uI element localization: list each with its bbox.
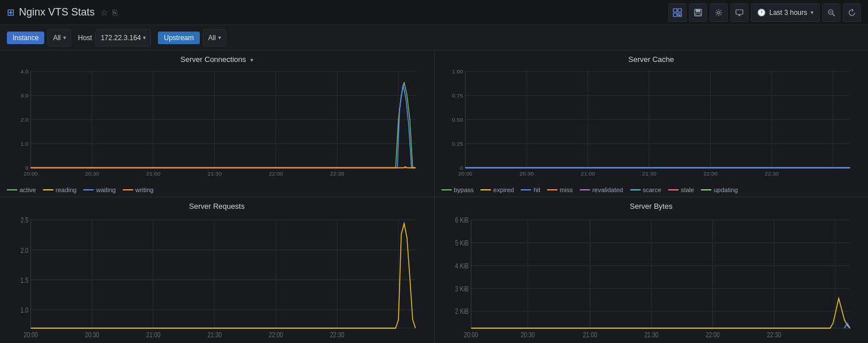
svg-text:5 KiB: 5 KiB (455, 239, 468, 247)
svg-text:4.0: 4.0 (21, 68, 29, 75)
svg-text:21:30: 21:30 (642, 171, 656, 177)
grid-icon: ⊞ (7, 7, 14, 18)
svg-text:2.0: 2.0 (21, 116, 29, 123)
topbar: ⊞ Nginx VTS Stats ☆ ⎘ (0, 0, 868, 25)
svg-text:22:00: 22:00 (703, 171, 718, 177)
svg-text:1.0: 1.0 (21, 306, 29, 313)
svg-line-15 (832, 14, 835, 16)
bypass-line-icon (441, 189, 452, 190)
server-cache-title: Server Cache (441, 55, 862, 64)
legend-scarce: scarce (630, 186, 661, 193)
server-cache-chart: 1.00 0.75 0.50 0.25 0 20:00 20:30 21:00 … (441, 66, 862, 184)
svg-text:0.25: 0.25 (452, 141, 463, 147)
display-button[interactable] (730, 3, 749, 22)
svg-text:3.0: 3.0 (21, 92, 29, 99)
svg-text:22:30: 22:30 (330, 331, 344, 338)
svg-text:20:00: 20:00 (464, 331, 478, 338)
legend-waiting: waiting (83, 186, 115, 193)
svg-text:21:00: 21:00 (146, 171, 161, 177)
clock-icon: 🕐 (757, 9, 766, 17)
miss-line-icon (547, 189, 557, 190)
filterbar: Instance All ▾ Host 172.22.3.164 ▾ Upstr… (0, 25, 868, 50)
svg-text:20:00: 20:00 (458, 171, 472, 177)
svg-text:20:30: 20:30 (519, 171, 533, 177)
server-connections-chart: 4.0 3.0 2.0 1.0 0 20:00 20:30 21:00 21:3… (7, 66, 427, 184)
instance-chevron-icon: ▾ (63, 34, 66, 41)
refresh-button[interactable] (843, 3, 861, 22)
legend-reading: reading (43, 186, 77, 193)
server-connections-legend: active reading waiting writing (7, 184, 427, 194)
svg-text:0.75: 0.75 (452, 92, 463, 99)
svg-text:22:00: 22:00 (269, 171, 283, 177)
upstream-chevron-icon: ▾ (218, 34, 221, 41)
legend-updating: updating (701, 186, 738, 193)
panel-title-chevron-icon: ▾ (250, 57, 253, 63)
svg-text:2.5: 2.5 (21, 216, 29, 224)
legend-bypass: bypass (441, 186, 474, 193)
time-range-button[interactable]: 🕐 Last 3 hours ▾ (751, 3, 820, 22)
svg-rect-8 (696, 13, 700, 15)
svg-rect-2 (673, 13, 677, 17)
server-bytes-chart: 6 KiB 5 KiB 4 KiB 3 KiB 2 KiB 20:00 20:3… (441, 213, 862, 341)
hit-line-icon (521, 189, 531, 190)
panels-grid: Server Connections ▾ 4.0 3 (0, 50, 868, 343)
legend-revalidated: revalidated (580, 186, 623, 193)
svg-text:21:30: 21:30 (644, 331, 658, 338)
svg-text:0: 0 (25, 165, 29, 171)
expired-line-icon (480, 189, 491, 190)
share-icon[interactable]: ⎘ (113, 8, 117, 17)
svg-text:1.5: 1.5 (21, 276, 29, 283)
stale-line-icon (668, 189, 679, 190)
cache-svg: 1.00 0.75 0.50 0.25 0 20:00 20:30 21:00 … (441, 66, 862, 184)
instance-select[interactable]: All ▾ (48, 29, 71, 46)
legend-miss: miss (547, 186, 573, 193)
svg-rect-0 (673, 9, 677, 12)
writing-line-icon (123, 189, 133, 190)
svg-text:22:00: 22:00 (706, 331, 720, 338)
svg-text:21:00: 21:00 (580, 171, 595, 177)
svg-text:22:30: 22:30 (766, 331, 781, 338)
server-cache-legend: bypass expired hit miss revalidated scar… (441, 184, 862, 194)
svg-text:21:00: 21:00 (583, 331, 597, 338)
zoom-out-button[interactable] (822, 3, 840, 22)
server-bytes-panel: Server Bytes 6 KiB 5 KiB (435, 197, 869, 344)
host-label: Host (78, 34, 92, 42)
star-icon[interactable]: ☆ (100, 8, 108, 17)
svg-text:22:00: 22:00 (269, 331, 283, 338)
chevron-down-icon: ▾ (811, 9, 813, 15)
svg-text:22:30: 22:30 (330, 171, 344, 177)
svg-text:21:00: 21:00 (146, 331, 161, 338)
svg-rect-1 (678, 9, 681, 12)
server-connections-panel: Server Connections ▾ 4.0 3 (0, 50, 434, 197)
svg-text:22:30: 22:30 (764, 171, 778, 177)
svg-text:20:30: 20:30 (520, 331, 534, 338)
svg-rect-7 (696, 9, 700, 12)
svg-text:0.50: 0.50 (452, 116, 463, 123)
svg-text:20:00: 20:00 (24, 331, 38, 338)
legend-active: active (7, 186, 36, 193)
waiting-line-icon (83, 189, 94, 190)
dashboard-title: Nginx VTS Stats (19, 6, 95, 18)
svg-text:1.0: 1.0 (21, 141, 29, 147)
server-cache-panel: Server Cache 1.00 0.75 0.50 (435, 50, 869, 197)
add-panel-button[interactable] (668, 3, 687, 22)
server-requests-chart: 2.5 2.0 1.5 1.0 20:00 20:30 21:00 21:30 … (7, 213, 427, 341)
save-button[interactable] (689, 3, 707, 22)
server-requests-panel: Server Requests 2.5 2.0 1.5 (0, 197, 434, 344)
server-bytes-title: Server Bytes (441, 202, 862, 211)
instance-label: Instance (7, 32, 44, 44)
active-line-icon (7, 189, 17, 190)
legend-hit: hit (521, 186, 540, 193)
settings-button[interactable] (710, 3, 728, 22)
legend-stale: stale (668, 186, 694, 193)
revalidated-line-icon (580, 189, 590, 190)
svg-text:1.00: 1.00 (452, 68, 463, 75)
svg-text:2.0: 2.0 (21, 246, 29, 254)
upstream-select[interactable]: All ▾ (203, 29, 226, 46)
host-select[interactable]: 172.22.3.164 ▾ (95, 29, 151, 46)
server-connections-title: Server Connections ▾ (7, 55, 427, 64)
svg-text:20:30: 20:30 (85, 171, 99, 177)
server-requests-title: Server Requests (7, 202, 427, 211)
bytes-svg: 6 KiB 5 KiB 4 KiB 3 KiB 2 KiB 20:00 20:3… (441, 213, 862, 341)
svg-point-9 (718, 11, 720, 14)
